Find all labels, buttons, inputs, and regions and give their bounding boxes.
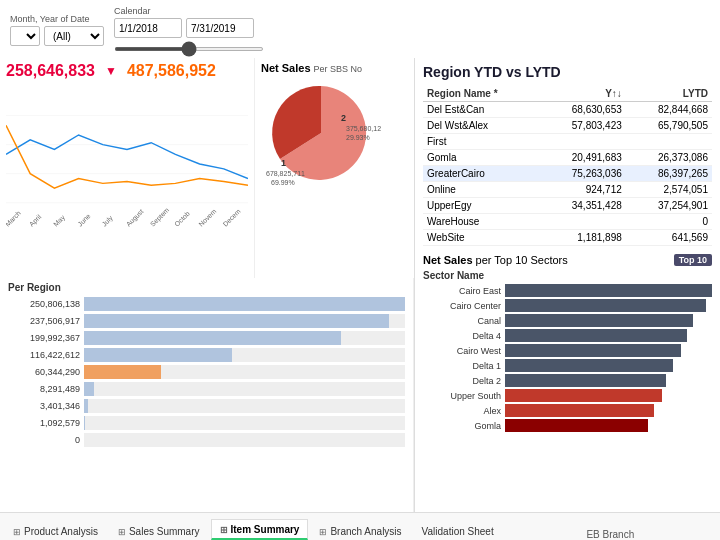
month-year-label: Month, Year of Date bbox=[10, 14, 104, 24]
sector-label: Canal bbox=[423, 316, 501, 326]
sector-bar-track bbox=[505, 374, 712, 387]
tab-product-analysis[interactable]: ⊞ Product Analysis bbox=[4, 521, 107, 540]
table-row: Del Est&Can 68,630,653 82,844,668 bbox=[423, 102, 712, 118]
bar-fill-orange bbox=[84, 365, 161, 379]
bar-row: 3,401,346 bbox=[8, 399, 405, 413]
pie-chart-svg: 2 375,680,121 29.93% 1 678,825,711 69.99… bbox=[261, 76, 381, 191]
svg-text:July: July bbox=[100, 214, 115, 229]
sector-label: Upper South bbox=[423, 391, 501, 401]
tab-icon: ⊞ bbox=[220, 525, 228, 535]
sector-bar-red bbox=[505, 389, 662, 402]
region-table: Region Name * Y↑↓ LYTD Del Est&Can 68,63… bbox=[423, 86, 712, 246]
sector-label: Cairo Center bbox=[423, 301, 501, 311]
sector-bar bbox=[505, 299, 706, 312]
svg-text:29.93%: 29.93% bbox=[346, 134, 370, 141]
line-area: 258,646,833 ▼ 487,586,952 bbox=[0, 58, 254, 278]
bar-chart-area: 250,806,138 237,506,917 199,992,367 bbox=[8, 297, 405, 447]
bar-fill bbox=[84, 382, 94, 396]
tab-item-summary[interactable]: ⊞ Item Summary bbox=[211, 519, 309, 540]
bar-row: 237,506,917 bbox=[8, 314, 405, 328]
bar-fill bbox=[84, 314, 389, 328]
col-ytd: Y↑↓ bbox=[540, 86, 626, 102]
sector-label: Cairo East bbox=[423, 286, 501, 296]
table-row: Del Wst&Alex 57,803,423 65,790,505 bbox=[423, 118, 712, 134]
bar-row: 116,422,612 bbox=[8, 348, 405, 362]
sector-header: Sector Name bbox=[423, 270, 712, 281]
pie-title-row: Net Sales Per SBS No bbox=[261, 62, 408, 74]
line-chart: March April May June July August Septem … bbox=[6, 84, 248, 244]
calendar-group: Calendar bbox=[114, 6, 264, 54]
sector-bar-red bbox=[505, 404, 654, 417]
sector-bar-track bbox=[505, 299, 712, 312]
sector-row: Delta 1 bbox=[423, 359, 712, 372]
tab-branch-analysis[interactable]: ⊞ Branch Analysis bbox=[310, 521, 410, 540]
sector-row: Gomla 60,344 bbox=[423, 419, 712, 432]
sector-row: Cairo East bbox=[423, 284, 712, 297]
bar-row: 60,344,290 bbox=[8, 365, 405, 379]
net-sales-title: Net Sales bbox=[423, 254, 473, 266]
svg-text:375,680,121: 375,680,121 bbox=[346, 125, 381, 132]
bar-label: 3,401,346 bbox=[8, 401, 80, 411]
date-range-slider[interactable] bbox=[114, 47, 264, 51]
bar-row: 199,992,367 bbox=[8, 331, 405, 345]
sector-bar-track: 60,344 bbox=[505, 419, 712, 432]
svg-text:678,825,711: 678,825,711 bbox=[266, 170, 305, 177]
sector-label: Alex bbox=[423, 406, 501, 416]
tab-validation-sheet[interactable]: Validation Sheet bbox=[413, 521, 503, 540]
pie-title: Net Sales bbox=[261, 62, 311, 74]
footer-text-area: EB Branch bbox=[505, 529, 716, 540]
footer-text: EB Branch bbox=[586, 529, 634, 540]
top-controls: Month, Year of Date (All) Calendar bbox=[0, 0, 720, 58]
sector-bar-track: 61,319 bbox=[505, 404, 712, 417]
svg-text:Septem: Septem bbox=[149, 206, 171, 228]
bar-fill bbox=[84, 348, 232, 362]
sector-label: Delta 4 bbox=[423, 331, 501, 341]
pie-area: Net Sales Per SBS No 2 375,680,121 29.93… bbox=[254, 58, 414, 278]
pie-subtitle: Per SBS No bbox=[314, 64, 363, 74]
sector-bar-track: 66 bbox=[505, 389, 712, 402]
sector-row: Delta 2 bbox=[423, 374, 712, 387]
bar-track bbox=[84, 433, 405, 447]
region-title: Region YTD vs LYTD bbox=[423, 64, 712, 80]
year-select[interactable]: (All) bbox=[44, 26, 104, 46]
svg-text:Novem: Novem bbox=[197, 207, 217, 227]
date-end-input[interactable] bbox=[186, 18, 254, 38]
sector-row: Canal bbox=[423, 314, 712, 327]
table-row: Online 924,712 2,574,051 bbox=[423, 182, 712, 198]
bar-track bbox=[84, 297, 405, 311]
date-start-input[interactable] bbox=[114, 18, 182, 38]
bar-fill bbox=[84, 297, 405, 311]
tab-sales-summary[interactable]: ⊞ Sales Summary bbox=[109, 521, 209, 540]
kpi-value2: 487,586,952 bbox=[127, 62, 216, 80]
tab-label: Branch Analysis bbox=[330, 526, 401, 537]
content-area: 258,646,833 ▼ 487,586,952 bbox=[0, 58, 720, 512]
sector-row: Upper South 66 bbox=[423, 389, 712, 402]
svg-text:June: June bbox=[76, 212, 91, 227]
table-row: UpperEgy 34,351,428 37,254,901 bbox=[423, 198, 712, 214]
main-container: Month, Year of Date (All) Calendar bbox=[0, 0, 720, 540]
table-row: First bbox=[423, 134, 712, 150]
bar-label: 1,092,579 bbox=[8, 418, 80, 428]
sector-bar bbox=[505, 314, 693, 327]
kpi-arrow: ▼ bbox=[105, 64, 117, 78]
svg-text:May: May bbox=[52, 213, 67, 228]
month-select[interactable] bbox=[10, 26, 40, 46]
tab-icon: ⊞ bbox=[118, 527, 126, 537]
top-badge: Top 10 bbox=[674, 254, 712, 266]
bar-track bbox=[84, 365, 405, 379]
col-lytd: LYTD bbox=[626, 86, 712, 102]
bar-label: 8,291,489 bbox=[8, 384, 80, 394]
tab-label: Sales Summary bbox=[129, 526, 200, 537]
kpi-row: 258,646,833 ▼ 487,586,952 bbox=[6, 62, 248, 80]
bar-label: 0 bbox=[8, 435, 80, 445]
table-row: WareHouse 0 bbox=[423, 214, 712, 230]
right-panel: Region YTD vs LYTD Region Name * Y↑↓ LYT… bbox=[415, 58, 720, 512]
svg-text:Decem: Decem bbox=[221, 207, 241, 227]
bar-label: 60,344,290 bbox=[8, 367, 80, 377]
sector-value: 66 bbox=[701, 390, 710, 399]
sector-value: 60,344 bbox=[686, 420, 710, 429]
month-year-group: Month, Year of Date (All) bbox=[10, 14, 104, 46]
table-row: WebSite 1,181,898 641,569 bbox=[423, 230, 712, 246]
sector-bar-track bbox=[505, 314, 712, 327]
bar-track bbox=[84, 399, 405, 413]
